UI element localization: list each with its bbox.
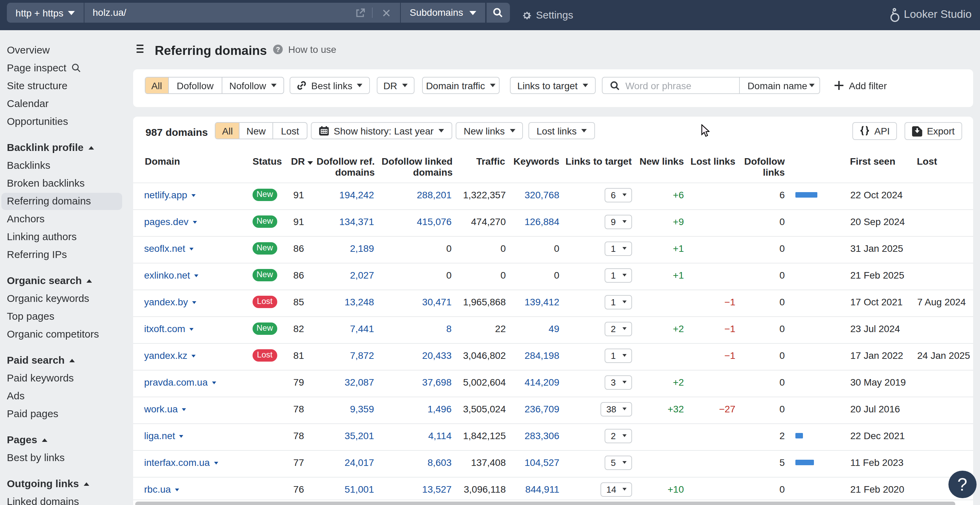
- svg-text:?: ?: [275, 45, 280, 53]
